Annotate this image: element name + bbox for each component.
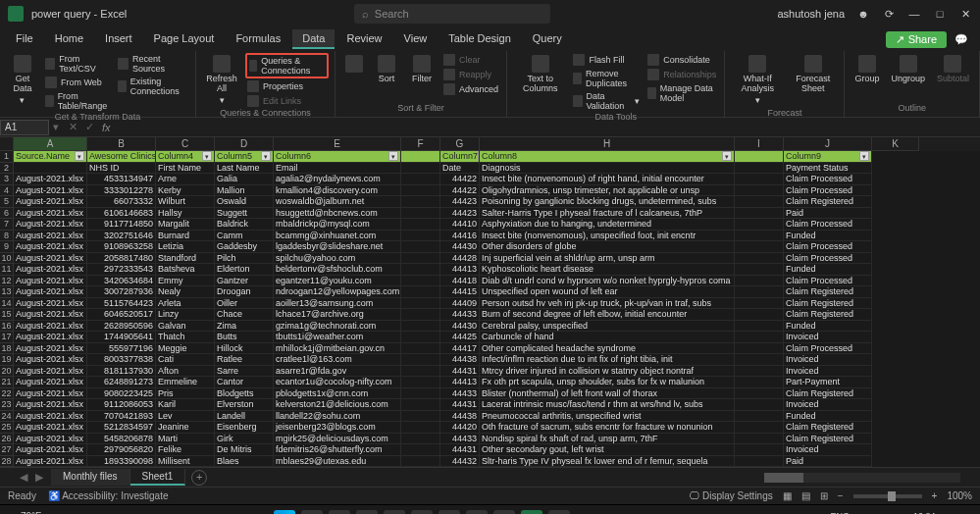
cell[interactable]: Nondisp spiral fx shaft of rad, unsp arm… xyxy=(480,434,735,445)
app-icon-3[interactable] xyxy=(466,510,488,515)
cell[interactable]: 9117714850 xyxy=(87,219,156,231)
properties-button[interactable]: Properties xyxy=(245,79,329,93)
sort-az-button[interactable] xyxy=(341,53,367,75)
formula-input[interactable] xyxy=(117,120,980,135)
name-box[interactable]: A1 xyxy=(0,120,49,135)
cell[interactable]: 8181137930 xyxy=(87,366,156,378)
cell[interactable]: 44431 xyxy=(440,366,480,378)
cell[interactable]: mhillock1j@mitbeian.gov.cn xyxy=(274,343,401,355)
cell[interactable] xyxy=(735,444,784,456)
cell[interactable]: 3007287936 xyxy=(87,286,156,298)
user-name[interactable]: ashutosh jena xyxy=(778,8,846,20)
cell[interactable]: August-2021.xlsx xyxy=(14,298,87,310)
cell[interactable]: 2628950596 xyxy=(87,321,156,333)
row-header[interactable]: 6 xyxy=(0,208,14,220)
cell[interactable]: August-2021.xlsx xyxy=(14,174,87,185)
cell[interactable]: Linzy xyxy=(156,309,215,321)
cell[interactable]: Sarre xyxy=(215,366,274,378)
cell[interactable]: Inj superficial vein at shldr/up arm, un… xyxy=(480,253,735,265)
cell[interactable]: Margalit xyxy=(156,219,215,231)
cell[interactable] xyxy=(14,163,87,175)
cell[interactable]: Insect bite (nonvenomous) of right hand,… xyxy=(480,174,735,185)
table-header[interactable]: Column8▾ xyxy=(480,151,735,163)
cell[interactable]: August-2021.xlsx xyxy=(14,276,87,287)
cell[interactable]: 5115764423 xyxy=(87,298,156,310)
view-normal-icon[interactable]: ▦ xyxy=(783,490,792,501)
cell[interactable]: pblodgetts1x@cnn.com xyxy=(274,388,401,400)
cell[interactable]: 2972333543 xyxy=(87,264,156,276)
cell[interactable]: Burnard xyxy=(156,231,215,242)
cell[interactable]: 2979056820 xyxy=(87,444,156,456)
cell[interactable]: bcammg@xinhuanet.com xyxy=(274,231,401,242)
cell[interactable]: Emmy xyxy=(156,276,215,287)
cell[interactable]: August-2021.xlsx xyxy=(14,434,87,445)
existing-connections[interactable]: Existing Connections xyxy=(116,76,189,97)
table-header[interactable]: Awesome Clinics▾ xyxy=(87,151,156,163)
cell[interactable] xyxy=(401,456,440,468)
cell[interactable] xyxy=(735,174,784,185)
cell[interactable]: Droogan xyxy=(215,286,274,298)
row-header[interactable]: 8 xyxy=(0,231,14,242)
cell[interactable]: 44422 xyxy=(440,174,480,185)
cell[interactable] xyxy=(735,276,784,287)
sheet-tab-sheet1[interactable]: Sheet1 xyxy=(130,469,186,486)
cell[interactable]: 6106146683 xyxy=(87,208,156,220)
cell[interactable]: Invoiced xyxy=(784,354,872,366)
row-header[interactable]: 25 xyxy=(0,422,14,434)
cell[interactable]: Zima xyxy=(215,321,274,333)
row-header[interactable]: 28 xyxy=(0,456,14,468)
row-header[interactable]: 24 xyxy=(0,411,14,423)
cell[interactable]: 8003377838 xyxy=(87,354,156,366)
user-avatar-icon[interactable]: ☻ xyxy=(856,7,870,21)
cell[interactable]: 1744905641 xyxy=(87,332,156,343)
cell[interactable]: ecantor1u@cocolog-nifty.com xyxy=(274,377,401,388)
filter-dropdown-icon[interactable]: ▾ xyxy=(859,151,869,161)
cell[interactable]: Invoiced xyxy=(784,366,872,378)
menu-tab-review[interactable]: Review xyxy=(336,29,391,49)
cell[interactable]: Blaes xyxy=(215,456,274,468)
table-header[interactable]: Column6▾ xyxy=(274,151,401,163)
cell[interactable]: mgirk25@deliciousdays.com xyxy=(274,434,401,445)
cell[interactable]: August-2021.xlsx xyxy=(14,354,87,366)
cell[interactable]: Letizia xyxy=(156,241,215,253)
cell[interactable] xyxy=(735,264,784,276)
search-box[interactable]: ⌕ Search xyxy=(354,4,550,24)
cell[interactable]: Diab d/t undrl cond w hyprsom w/o nonket… xyxy=(480,276,735,287)
relationships[interactable]: Relationships xyxy=(645,68,718,81)
cell[interactable]: Insect bite (nonvenomous), unspecified f… xyxy=(480,231,735,242)
cell[interactable]: Fx oth prt scapula, unsp shoulder, subs … xyxy=(480,377,735,388)
filter-dropdown-icon[interactable]: ▾ xyxy=(722,151,732,161)
close-icon[interactable]: ✕ xyxy=(958,7,972,21)
cell[interactable]: Mtrcy driver injured in collision w stat… xyxy=(480,366,735,378)
view-page-layout-icon[interactable]: ▤ xyxy=(801,490,810,501)
zoom-level[interactable]: 100% xyxy=(947,490,972,501)
column-header-J[interactable]: J xyxy=(784,137,872,151)
cell[interactable] xyxy=(735,286,784,298)
cell[interactable]: 44431 xyxy=(440,444,480,456)
cell[interactable] xyxy=(735,388,784,400)
app-icon-2[interactable] xyxy=(438,510,460,515)
cell[interactable] xyxy=(735,456,784,468)
add-sheet-button[interactable]: + xyxy=(191,470,207,486)
cell[interactable]: August-2021.xlsx xyxy=(14,208,87,220)
cell[interactable]: Burn of second degree of left elbow, ini… xyxy=(480,309,735,321)
cell[interactable] xyxy=(401,241,440,253)
table-header-blank[interactable] xyxy=(401,151,440,163)
cell[interactable]: August-2021.xlsx xyxy=(14,388,87,400)
cell[interactable]: Oswald xyxy=(215,196,274,208)
cell[interactable] xyxy=(735,411,784,423)
manage-data-model[interactable]: Manage Data Model xyxy=(645,82,718,104)
cell[interactable]: tbutts1i@weather.com xyxy=(274,332,401,343)
table-header[interactable]: Source.Name▾ xyxy=(14,151,87,163)
sheet-nav-prev-icon[interactable]: ◀ xyxy=(20,471,27,484)
cell[interactable] xyxy=(401,208,440,220)
cell[interactable]: Pris xyxy=(156,388,215,400)
from-web[interactable]: From Web xyxy=(43,76,113,89)
cell[interactable] xyxy=(735,343,784,355)
menu-tab-view[interactable]: View xyxy=(394,29,438,49)
cell[interactable]: Part-Payment xyxy=(784,377,872,388)
cell[interactable]: Unspecified open wound of left ear xyxy=(480,286,735,298)
cell[interactable]: Oiller xyxy=(215,298,274,310)
recent-sources[interactable]: Recent Sources xyxy=(116,53,189,75)
cell[interactable]: Claim Registered xyxy=(784,434,872,445)
